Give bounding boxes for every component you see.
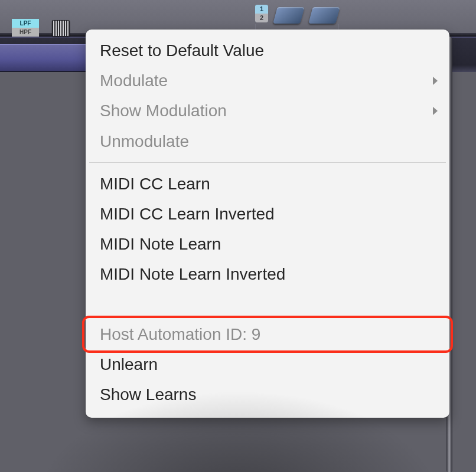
cutoff-slider-handle[interactable] [52, 20, 70, 37]
menu-item-note_learn[interactable]: MIDI Note Learn [86, 229, 449, 259]
menu-item-show_modulation: Show Modulation [86, 96, 449, 126]
foot-pedal-1-icon[interactable] [273, 7, 305, 24]
menu-item-unlearn[interactable]: Unlearn [86, 349, 449, 379]
foot-pedal-2-icon[interactable] [308, 7, 340, 24]
layer-selector[interactable]: 1 2 [255, 5, 268, 22]
filter-hpf-badge: HPF [12, 28, 39, 37]
menu-item-cc_learn_inv[interactable]: MIDI CC Learn Inverted [86, 199, 449, 229]
menu-item-reset[interactable]: Reset to Default Value [86, 35, 449, 65]
parameter-context-menu: Reset to Default ValueModulateShow Modul… [86, 30, 449, 418]
menu-blank-row [86, 290, 449, 319]
menu-item-note_learn_inv[interactable]: MIDI Note Learn Inverted [86, 259, 449, 289]
layer-1-badge: 1 [255, 5, 268, 14]
layer-2-badge: 2 [255, 14, 268, 22]
filter-type-toggle[interactable]: LPF HPF [12, 19, 39, 37]
menu-item-modulate: Modulate [86, 65, 449, 96]
menu-item-unmodulate: Unmodulate [86, 126, 449, 156]
menu-item-show_learns[interactable]: Show Learns [86, 379, 449, 409]
menu-item-host_auto_id: Host Automation ID: 9 [86, 319, 449, 349]
menu-separator [89, 162, 446, 163]
menu-item-cc_learn[interactable]: MIDI CC Learn [86, 169, 449, 199]
filter-lpf-badge: LPF [12, 19, 39, 28]
